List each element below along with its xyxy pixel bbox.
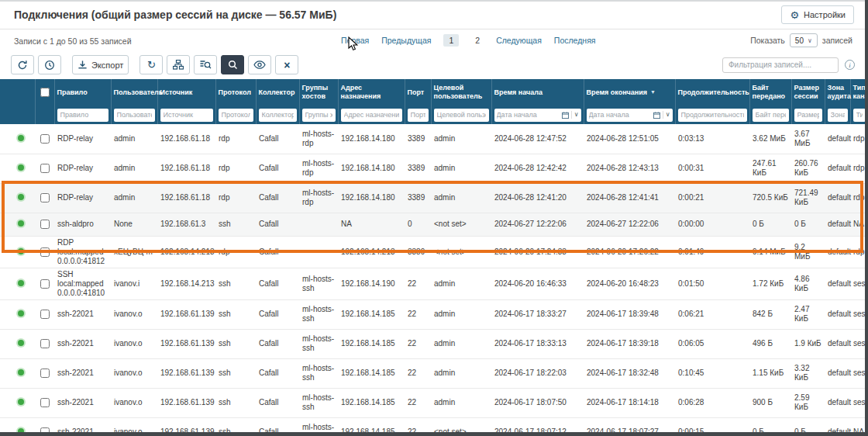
cell-protocol: rdp: [215, 183, 256, 213]
search-in-list-button[interactable]: [194, 55, 217, 74]
update-sessions-button[interactable]: [11, 55, 34, 74]
cell-start: 2024-06-20 16:46:33: [491, 268, 584, 299]
info-icon[interactable]: i: [845, 60, 855, 70]
column-header[interactable]: Правило: [54, 79, 111, 106]
page-title: Подключения (общий размер сессий на диск…: [14, 9, 336, 21]
cell-port: 22: [405, 299, 431, 329]
column-filter-input[interactable]: [160, 109, 213, 122]
view-session-button[interactable]: [248, 55, 271, 74]
advanced-search-button[interactable]: [221, 55, 244, 74]
cell-host_groups: ml-hosts-rdp: [299, 183, 338, 213]
cell-bytes: 496 Б: [749, 329, 791, 358]
column-header[interactable]: Коллектор: [256, 79, 299, 106]
cell-rule: ssh-aldpro: [54, 213, 111, 236]
clock-icon: [44, 60, 55, 71]
page-size-select[interactable]: 50 ∨: [790, 33, 818, 47]
row-checkbox[interactable]: [40, 134, 50, 144]
row-checkbox[interactable]: [40, 369, 50, 378]
column-filter-input[interactable]: [408, 109, 429, 122]
table-row[interactable]: SSH local:mapped 0.0.0.0:41810ivanov.i19…: [0, 268, 868, 299]
column-header[interactable]: Целевой пользователь: [431, 79, 491, 106]
chevron-down-icon: ∨: [571, 111, 579, 119]
pagination-last[interactable]: Последняя: [554, 36, 596, 45]
grouping-button[interactable]: [167, 55, 190, 74]
row-checkbox[interactable]: [40, 398, 50, 407]
pagination-previous[interactable]: Предыдущая: [381, 36, 431, 45]
column-filter-input[interactable]: [753, 109, 789, 122]
table-row[interactable]: ssh-aldproNone192.168.61.3sshCafallNA0<n…: [0, 213, 868, 236]
clear-filters-button[interactable]: ×: [275, 55, 298, 74]
column-filter-input[interactable]: [678, 109, 747, 122]
column-filter-input[interactable]: [219, 109, 253, 122]
select-all-checkbox[interactable]: [40, 88, 50, 97]
table-row[interactable]: RDP-relayadmin192.168.61.18rdpCafallml-h…: [0, 183, 868, 213]
cell-bytes: 842 Б: [749, 299, 791, 329]
pagination-next[interactable]: Следующая: [496, 36, 542, 45]
toolbar: Экспорт ↻ × i: [0, 51, 865, 79]
row-checkbox[interactable]: [40, 339, 50, 348]
row-checkbox[interactable]: [40, 193, 50, 202]
row-checkbox[interactable]: [40, 164, 50, 173]
cell-source: 192.168.61.18: [157, 154, 215, 183]
column-filter-input[interactable]: [57, 109, 108, 122]
table-row[interactable]: ssh-22021ivanov.o192.168.61.139sshCafall…: [0, 329, 868, 358]
cell-protocol: rdp: [215, 154, 256, 183]
column-header[interactable]: Зона аудита: [825, 79, 850, 106]
settings-button[interactable]: ⚙ Настройки: [781, 5, 854, 24]
column-header[interactable]: Порт: [405, 79, 431, 106]
date-filter[interactable]: Дата начала∨: [587, 109, 673, 122]
column-header[interactable]: Источник: [157, 79, 215, 106]
cell-end: 2024-06-20 16:48:23: [584, 268, 675, 299]
pagination-page-2[interactable]: 2: [471, 34, 484, 47]
cell-source: 192.168.14.213: [157, 268, 215, 299]
export-button[interactable]: Экспорт: [72, 55, 129, 74]
session-history-button[interactable]: [38, 55, 61, 74]
refresh-button[interactable]: ↻: [140, 55, 163, 74]
row-checkbox[interactable]: [40, 279, 50, 289]
column-header[interactable]: Байт передано: [749, 79, 791, 106]
column-header[interactable]: Адрес назначения: [338, 79, 405, 106]
column-filter-input[interactable]: [434, 109, 489, 122]
status-ok-icon: [18, 340, 24, 346]
column-filter-input[interactable]: [794, 109, 822, 122]
column-header[interactable]: Размер сессии: [791, 79, 825, 106]
column-header[interactable]: Время окончания▼: [584, 79, 675, 106]
pagination-first[interactable]: Первая: [341, 36, 369, 45]
column-header[interactable]: Группы хостов: [299, 79, 338, 106]
cell-source: 192.168.61.139: [157, 329, 215, 358]
status-ok-icon: [18, 194, 24, 200]
column-filter-input[interactable]: [302, 109, 336, 122]
cell-dest: 192.168.14.185: [338, 388, 405, 417]
cell-target_user: admin: [431, 268, 491, 299]
table-row[interactable]: RDP local:mapped 0.0.0.0:41812хЕЦуВЦ-m19…: [0, 236, 868, 268]
cell-zone: default: [825, 236, 850, 268]
cell-source: 192.168.61.18: [157, 124, 215, 154]
row-checkbox[interactable]: [40, 220, 50, 229]
row-checkbox[interactable]: [40, 247, 50, 257]
date-filter[interactable]: Дата начала∨: [494, 109, 581, 122]
search-icon: [228, 60, 238, 70]
row-checkbox[interactable]: [40, 310, 50, 319]
table-row[interactable]: ssh-22021ivanov.o192.168.61.139sshCafall…: [0, 299, 868, 329]
table-row[interactable]: ssh-22021ivanov.o192.168.61.139sshCafall…: [0, 388, 868, 417]
cell-port: 3389: [405, 236, 431, 268]
column-filter-input[interactable]: [114, 109, 155, 122]
table-row[interactable]: RDP-relayadmin192.168.61.18rdpCafallml-h…: [0, 154, 868, 183]
sort-desc-icon: ▼: [650, 89, 656, 95]
pagination-page-1[interactable]: 1: [443, 34, 459, 47]
column-filter-input[interactable]: [341, 109, 402, 122]
column-header[interactable]: Протокол: [215, 79, 256, 106]
column-header[interactable]: Пользователь: [111, 79, 157, 106]
column-filter-input[interactable]: [259, 109, 297, 122]
cell-protocol: rdp: [215, 236, 256, 268]
table-row[interactable]: RDP-relayadmin192.168.61.18rdpCafallml-h…: [0, 124, 868, 154]
column-header[interactable]: Время начала: [491, 79, 584, 106]
column-header[interactable]: Продолжительность: [675, 79, 749, 106]
cell-end: 2024-06-20 17:26:22: [584, 236, 675, 268]
cell-rule: RDP-relay: [54, 124, 111, 154]
table-row[interactable]: ssh-22021ivanov.o192.168.61.139sshCafall…: [0, 358, 868, 388]
column-filter-input[interactable]: [853, 109, 866, 122]
filter-records-input[interactable]: [722, 57, 839, 73]
cell-zone: default: [825, 124, 850, 154]
column-filter-input[interactable]: [828, 109, 848, 122]
